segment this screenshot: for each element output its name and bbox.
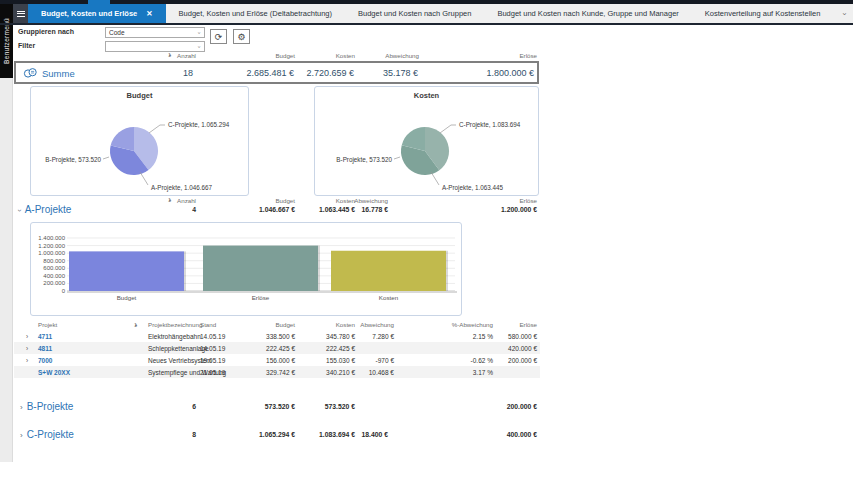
project-kosten: 340.210 € bbox=[326, 369, 355, 376]
tab-nach-kunde-gruppe-manager[interactable]: Budget und Kosten nach Kunde, Gruppe und… bbox=[484, 4, 691, 23]
tab-kostenverteilung[interactable]: Kostenverteilung auf Kostenstellen bbox=[692, 4, 834, 23]
col-pct-abweichung[interactable]: %-Abweichung bbox=[452, 321, 493, 328]
kosten-pie-panel: Kosten C-Projekte, 1.083.694A-Projekte, … bbox=[314, 86, 539, 196]
x-category-label: Kosten bbox=[379, 294, 399, 301]
col-erloese[interactable]: Erlöse bbox=[519, 321, 537, 328]
chevron-down-icon: › bbox=[197, 32, 203, 34]
col-budget[interactable]: Budget bbox=[275, 321, 295, 328]
tab-deltabetrachtung[interactable]: Budget, Kosten und Erlöse (Deltabetracht… bbox=[166, 4, 345, 23]
hamburger-menu-icon[interactable] bbox=[13, 4, 28, 23]
project-erloese: 200.000 € bbox=[508, 357, 537, 364]
col-erloese[interactable]: Erlöse bbox=[519, 197, 537, 204]
kosten-pie-chart[interactable]: C-Projekte, 1.083.694A-Projekte, 1.063.4… bbox=[315, 87, 540, 197]
x-category-label: Budget bbox=[117, 294, 137, 301]
group-a-bar-chart[interactable]: 1.400.0001.200.0001.000.000800.000600.00… bbox=[31, 223, 461, 315]
summary-label: Summe bbox=[42, 68, 75, 79]
refresh-icon: ⟳ bbox=[215, 32, 223, 42]
tab-bar: Budget, Kosten und Erlöse ✕ Budget, Kost… bbox=[13, 4, 853, 23]
col-kosten[interactable]: Kosten bbox=[336, 52, 355, 59]
pie-label: A-Projekte, 1.063.445 bbox=[442, 184, 503, 192]
bar-Kosten[interactable] bbox=[331, 251, 446, 291]
project-row-S+W 20XX[interactable]: S+W 20XXSystempflege und Wartung21.05.19… bbox=[14, 366, 540, 378]
col-kosten[interactable]: Kosten bbox=[336, 321, 355, 328]
project-stand: 19.05.19 bbox=[200, 357, 225, 364]
pie-label-leader bbox=[103, 157, 109, 159]
col-stand[interactable]: Stand bbox=[200, 321, 216, 328]
chevron-down-icon: › bbox=[841, 12, 849, 15]
user-menu-strip: Benutzermenü bbox=[0, 4, 13, 462]
project-stand: 14.05.19 bbox=[200, 345, 225, 352]
col-anzahl[interactable]: Anzahl bbox=[177, 197, 196, 204]
bar-Erlöse[interactable] bbox=[203, 246, 318, 291]
group-by-select[interactable]: Code › bbox=[105, 27, 205, 38]
y-tick-label: 1.200.000 bbox=[38, 243, 65, 249]
tab-nach-gruppen[interactable]: Budget und Kosten nach Gruppen bbox=[345, 4, 484, 23]
bar-shadow bbox=[184, 251, 186, 291]
user-menu-tab[interactable]: Benutzermenü bbox=[0, 4, 13, 78]
col-abweichung[interactable]: Abweichung bbox=[354, 197, 388, 204]
filter-select[interactable]: › bbox=[105, 41, 205, 52]
pie-label: B-Projekte, 573.520 bbox=[45, 156, 101, 164]
col-budget[interactable]: Budget bbox=[275, 197, 295, 204]
project-row-4811[interactable]: ›4811Schleppkettenanlage14.05.19222.425 … bbox=[14, 342, 540, 354]
project-row-4711[interactable]: ›4711Elektrohängebahn14.05.19338.500 €34… bbox=[14, 330, 540, 342]
project-abweichung: 10.468 € bbox=[369, 369, 394, 376]
project-budget: 338.500 € bbox=[266, 333, 295, 340]
summary-abweichung: 35.178 € bbox=[383, 68, 418, 78]
tab-label: Budget, Kosten und Erlöse bbox=[41, 9, 137, 18]
project-id[interactable]: S+W 20XX bbox=[38, 369, 70, 376]
group-a-budget: 1.046.667 € bbox=[259, 206, 295, 213]
project-kosten: 222.425 € bbox=[326, 345, 355, 352]
bar-Budget[interactable] bbox=[69, 251, 184, 291]
project-table-header: Projekt 1▲ Projektbezeichnung Stand Budg… bbox=[14, 320, 540, 330]
summary-budget: 2.685.481 € bbox=[246, 68, 294, 78]
group-a-values: 4 1.046.667 € 1.063.445 € 16.778 € 1.200… bbox=[14, 206, 540, 216]
filter-label: Filter bbox=[18, 42, 35, 49]
col-erloese[interactable]: Erlöse bbox=[519, 52, 537, 59]
col-budget[interactable]: Budget bbox=[275, 52, 295, 59]
project-erloese: 420.000 € bbox=[508, 345, 537, 352]
col-projektbezeichnung[interactable]: Projektbezeichnung bbox=[148, 321, 202, 328]
col-abweichung[interactable]: Abweichung bbox=[385, 52, 419, 59]
project-id[interactable]: 7000 bbox=[38, 357, 52, 364]
col-anzahl[interactable]: Anzahl bbox=[177, 52, 196, 59]
pie-label-leader bbox=[431, 172, 439, 185]
expand-chevron-icon[interactable]: › bbox=[26, 333, 28, 340]
pie-label-leader bbox=[440, 125, 456, 133]
project-id[interactable]: 4811 bbox=[38, 345, 52, 352]
pie-label-leader bbox=[149, 125, 165, 133]
col-abweichung[interactable]: Abweichung bbox=[360, 321, 394, 328]
tab-overflow-button[interactable]: › bbox=[843, 4, 853, 23]
group-b-erloese: 200.000 € bbox=[507, 403, 537, 410]
pie-label: C-Projekte, 1.083.694 bbox=[459, 121, 521, 129]
project-budget: 222.425 € bbox=[266, 345, 295, 352]
settings-button[interactable]: ⚙ bbox=[233, 29, 250, 44]
project-id[interactable]: 4711 bbox=[38, 333, 52, 340]
group-a-anzahl: 4 bbox=[192, 206, 196, 213]
axis-base bbox=[67, 291, 457, 293]
col-projekt[interactable]: Projekt bbox=[38, 321, 57, 328]
project-kosten: 345.780 € bbox=[326, 333, 355, 340]
summary-row[interactable]: Summe 18 2.685.481 € 2.720.659 € 35.178 … bbox=[14, 61, 539, 84]
gear-icon: ⚙ bbox=[237, 32, 245, 42]
expand-chevron-icon[interactable]: › bbox=[26, 345, 28, 352]
project-row-7000[interactable]: ›7000Neues Vertriebsystem19.05.19156.000… bbox=[14, 354, 540, 366]
col-kosten[interactable]: Kosten bbox=[336, 197, 355, 204]
project-pct-abweichung: 2.15 % bbox=[473, 333, 493, 340]
project-stand: 14.05.19 bbox=[200, 333, 225, 340]
budget-pie-chart[interactable]: C-Projekte, 1.065.294A-Projekte, 1.046.6… bbox=[31, 87, 250, 197]
tab-bar-underline bbox=[0, 23, 853, 25]
project-name: Elektrohängebahn bbox=[148, 333, 201, 340]
refresh-button[interactable]: ⟳ bbox=[210, 29, 227, 44]
y-tick-label: 1.400.000 bbox=[38, 235, 65, 241]
coins-icon bbox=[23, 67, 38, 80]
group-a-erloese: 1.200.000 € bbox=[501, 206, 537, 213]
group-a-abweichung: 16.778 € bbox=[362, 206, 388, 213]
project-budget: 156.000 € bbox=[266, 357, 295, 364]
summary-column-headers: 1▲ Anzahl Budget Kosten Abweichung Erlös… bbox=[14, 52, 540, 61]
close-icon[interactable]: ✕ bbox=[146, 9, 152, 18]
tab-budget-kosten-erloese[interactable]: Budget, Kosten und Erlöse ✕ bbox=[28, 4, 166, 23]
project-pct-abweichung: -0.62 % bbox=[471, 357, 493, 364]
expand-chevron-icon[interactable]: › bbox=[26, 357, 28, 364]
project-kosten: 155.030 € bbox=[326, 357, 355, 364]
